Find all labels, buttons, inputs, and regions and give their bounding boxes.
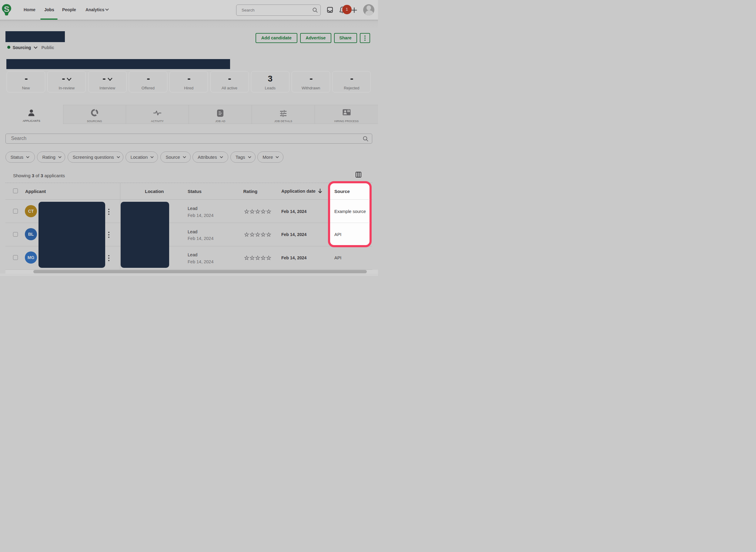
svg-text:S: S <box>4 5 9 14</box>
